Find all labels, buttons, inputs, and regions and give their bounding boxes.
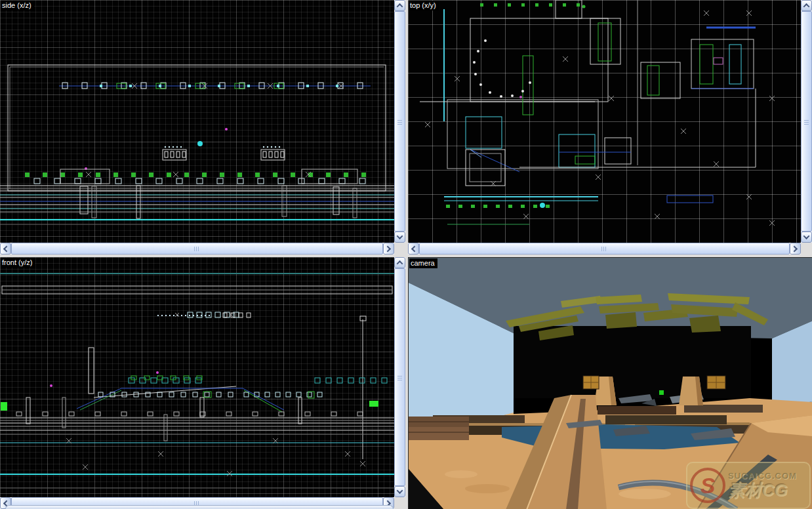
- chevron-up-icon: [803, 3, 810, 10]
- camera-view-canvas[interactable]: camera S SUCAICG.COM 素材CG: [408, 257, 812, 509]
- top-horizontal-scrollbar[interactable]: [408, 243, 801, 254]
- thumb-grip-icon: [397, 119, 402, 125]
- chevron-down-icon: [397, 233, 403, 239]
- chevron-down-icon: [397, 487, 403, 494]
- viewport-side: side (x/z): [0, 0, 405, 254]
- viewport-label-camera: camera: [409, 258, 437, 268]
- top-vertical-scrollbar[interactable]: [801, 0, 812, 243]
- chevron-right-icon: [384, 245, 391, 252]
- viewport-label-top: top (x/y): [409, 1, 439, 10]
- scroll-up-button[interactable]: [801, 0, 812, 11]
- viewport-front: front (y/z): [0, 257, 405, 509]
- level-editor-window: side (x/z) top (x/y): [0, 0, 812, 509]
- watermark: S SUCAICG.COM 素材CG: [686, 462, 811, 509]
- scroll-up-button[interactable]: [394, 257, 405, 268]
- chevron-up-icon: [397, 3, 403, 10]
- front-vertical-scrollbar[interactable]: [394, 257, 405, 497]
- viewport-camera: camera S SUCAICG.COM 素材CG: [408, 257, 812, 509]
- side-horizontal-scrollbar[interactable]: [0, 243, 394, 254]
- chevron-left-icon: [411, 245, 418, 252]
- thumb-grip-icon: [804, 119, 809, 125]
- side-view-canvas[interactable]: side (x/z): [0, 0, 394, 243]
- watermark-caption-text: 素材CG: [728, 481, 788, 500]
- scroll-down-button[interactable]: [394, 232, 405, 243]
- chevron-right-icon: [791, 245, 798, 252]
- chevron-left-icon: [3, 245, 10, 252]
- top-view-wireframe: [408, 0, 801, 243]
- scroll-thumb[interactable]: [394, 11, 405, 232]
- scroll-down-button[interactable]: [394, 486, 405, 497]
- scroll-thumb[interactable]: [419, 243, 790, 254]
- scroll-left-button[interactable]: [408, 243, 419, 254]
- scroll-down-button[interactable]: [801, 232, 812, 243]
- top-view-canvas[interactable]: top (x/y): [408, 0, 801, 243]
- viewport-top: top (x/y): [408, 0, 812, 254]
- side-view-wireframe: [0, 0, 394, 243]
- side-vertical-scrollbar[interactable]: [394, 0, 405, 243]
- scroll-left-button[interactable]: [0, 243, 11, 254]
- thumb-grip-icon: [601, 247, 607, 251]
- front-view-canvas[interactable]: front (y/z): [0, 257, 394, 497]
- watermark-logo-icon: S: [690, 468, 725, 503]
- scroll-thumb[interactable]: [801, 11, 812, 232]
- watermark-site-text: SUCAICG.COM: [728, 471, 797, 481]
- scroll-up-button[interactable]: [394, 0, 405, 11]
- thumb-grip-icon: [194, 247, 200, 251]
- chevron-down-icon: [803, 233, 810, 239]
- scroll-thumb[interactable]: [394, 268, 405, 486]
- taskbar-peek: [5, 505, 394, 509]
- scroll-thumb[interactable]: [11, 243, 383, 254]
- scroll-right-button[interactable]: [383, 243, 394, 254]
- scroll-right-button[interactable]: [790, 243, 801, 254]
- viewport-label-front: front (y/z): [1, 258, 35, 268]
- front-view-wireframe: [0, 257, 394, 497]
- viewport-label-side: side (x/z): [1, 1, 34, 10]
- chevron-up-icon: [397, 260, 403, 267]
- thumb-grip-icon: [397, 375, 402, 380]
